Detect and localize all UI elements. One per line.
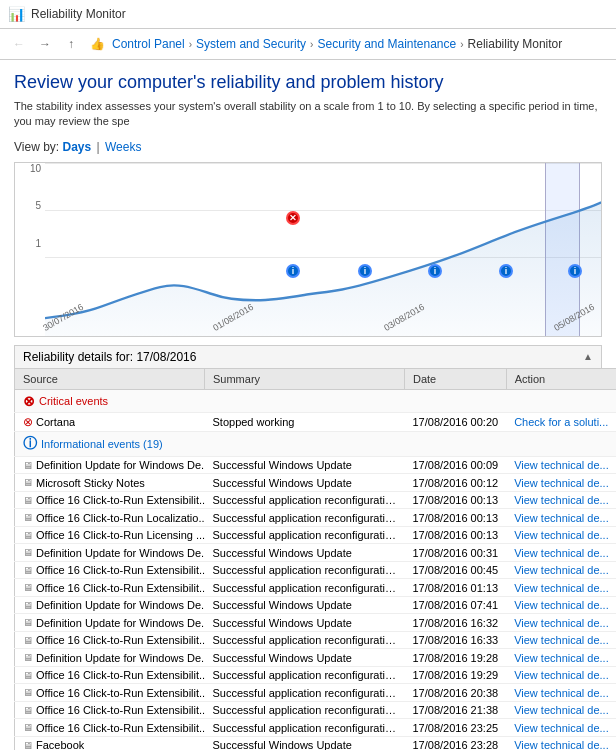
cell-source: 🖥Office 16 Click-to-Run Extensibilit... (15, 579, 205, 597)
table-row[interactable]: 🖥Definition Update for Windows De... Suc… (15, 649, 617, 667)
cell-date: 17/08/2016 00:12 (405, 474, 507, 492)
cell-action[interactable]: View technical de... (506, 614, 616, 632)
breadcrumb-system-security[interactable]: System and Security (196, 37, 306, 51)
cell-summary: Successful application reconfiguration (205, 561, 405, 579)
cell-action[interactable]: View technical de... (506, 666, 616, 684)
cell-date: 17/08/2016 00:20 (405, 412, 507, 431)
up-button[interactable]: ↑ (60, 33, 82, 55)
title-bar-text: Reliability Monitor (31, 7, 126, 21)
cell-action[interactable]: View technical de... (506, 596, 616, 614)
table-row[interactable]: 🖥Facebook Successful Windows Update 17/0… (15, 736, 617, 750)
cell-date: 17/08/2016 16:33 (405, 631, 507, 649)
cell-action[interactable]: View technical de... (506, 526, 616, 544)
cell-source: 🖥Office 16 Click-to-Run Localizatio... (15, 509, 205, 527)
info-event-dot-1[interactable]: i (286, 264, 300, 278)
cell-source: 🖥Microsoft Sticky Notes (15, 474, 205, 492)
cell-action[interactable]: View technical de... (506, 719, 616, 737)
x-label-1: 30/07/2016 (41, 302, 85, 333)
x-label-2: 01/08/2016 (211, 302, 255, 333)
cell-action[interactable]: View technical de... (506, 649, 616, 667)
critical-section-header: ⊗ Critical events (15, 389, 617, 412)
cell-date: 17/08/2016 19:29 (405, 666, 507, 684)
info-section-header: ⓘ Informational events (19) (15, 431, 617, 456)
cell-source: 🖥Definition Update for Windows De... (15, 649, 205, 667)
details-table: Source Summary Date Action ⊗ Critical ev… (14, 368, 616, 750)
view-by-weeks[interactable]: Weeks (105, 140, 141, 154)
table-header-row: Source Summary Date Action (15, 368, 617, 389)
table-row[interactable]: 🖥Office 16 Click-to-Run Extensibilit... … (15, 491, 617, 509)
cell-action[interactable]: View technical de... (506, 456, 616, 474)
table-row[interactable]: 🖥Office 16 Click-to-Run Localizatio... S… (15, 509, 617, 527)
cell-action[interactable]: View technical de... (506, 684, 616, 702)
table-row[interactable]: 🖥Definition Update for Windows De... Suc… (15, 614, 617, 632)
back-button[interactable]: ← (8, 33, 30, 55)
table-row[interactable]: 🖥Office 16 Click-to-Run Extensibilit... … (15, 666, 617, 684)
cell-source: 🖥Definition Update for Windows De... (15, 456, 205, 474)
view-by-days[interactable]: Days (62, 140, 91, 154)
critical-event-dot[interactable]: ✕ (286, 211, 300, 225)
refresh-button[interactable]: 👍 (86, 33, 108, 55)
cell-date: 17/08/2016 00:13 (405, 526, 507, 544)
table-row[interactable]: 🖥Office 16 Click-to-Run Extensibilit... … (15, 561, 617, 579)
cell-date: 17/08/2016 00:31 (405, 544, 507, 562)
table-row[interactable]: 🖥Office 16 Click-to-Run Extensibilit... … (15, 701, 617, 719)
table-row[interactable]: 🖥Definition Update for Windows De... Suc… (15, 596, 617, 614)
cell-action[interactable]: View technical de... (506, 579, 616, 597)
y-axis: 10 5 1 (15, 163, 45, 306)
table-row[interactable]: 🖥Office 16 Click-to-Run Extensibilit... … (15, 684, 617, 702)
info-section-label: ⓘ Informational events (19) (15, 431, 617, 456)
cell-action[interactable]: View technical de... (506, 631, 616, 649)
cell-action[interactable]: View technical de... (506, 544, 616, 562)
critical-section-label: ⊗ Critical events (15, 389, 617, 412)
cell-source: ⊗Cortana (15, 412, 205, 431)
cell-summary: Successful application reconfiguration (205, 719, 405, 737)
x-label-3: 03/08/2016 (382, 302, 426, 333)
cell-source: 🖥Office 16 Click-to-Run Extensibilit... (15, 701, 205, 719)
cell-summary: Successful application reconfiguration (205, 684, 405, 702)
col-action: Action (506, 368, 616, 389)
cell-action[interactable]: View technical de... (506, 474, 616, 492)
info-event-dot-5[interactable]: i (568, 264, 582, 278)
breadcrumb-security-maintenance[interactable]: Security and Maintenance (317, 37, 456, 51)
cell-action[interactable]: View technical de... (506, 701, 616, 719)
forward-button[interactable]: → (34, 33, 56, 55)
details-toggle[interactable]: ▲ (583, 351, 593, 362)
cell-date: 17/08/2016 01:13 (405, 579, 507, 597)
table-row[interactable]: 🖥Office 16 Click-to-Run Licensing ... Su… (15, 526, 617, 544)
table-row[interactable]: 🖥Office 16 Click-to-Run Extensibilit... … (15, 719, 617, 737)
cell-summary: Successful application reconfiguration (205, 579, 405, 597)
x-axis-labels: 30/07/2016 01/08/2016 03/08/2016 05/08/2… (45, 306, 601, 336)
breadcrumb-control-panel[interactable]: Control Panel (112, 37, 185, 51)
app-icon: 📊 (8, 6, 25, 22)
info-event-dot-3[interactable]: i (428, 264, 442, 278)
main-content: Review your computer's reliability and p… (0, 60, 616, 750)
details-header: Reliability details for: 17/08/2016 ▲ (14, 345, 602, 368)
table-row[interactable]: 🖥Definition Update for Windows De... Suc… (15, 456, 617, 474)
table-row[interactable]: 🖥Definition Update for Windows De... Suc… (15, 544, 617, 562)
cell-date: 17/08/2016 00:13 (405, 509, 507, 527)
table-row[interactable]: 🖥Office 16 Click-to-Run Extensibilit... … (15, 579, 617, 597)
nav-bar: ← → ↑ 👍 Control Panel › System and Secur… (0, 29, 616, 60)
cell-action[interactable]: View technical de... (506, 509, 616, 527)
cell-summary: Successful Windows Update (205, 474, 405, 492)
reliability-chart[interactable]: 10 5 1 ✕ (14, 162, 602, 337)
table-row[interactable]: 🖥Microsoft Sticky Notes Successful Windo… (15, 474, 617, 492)
cell-source: 🖥Office 16 Click-to-Run Extensibilit... (15, 491, 205, 509)
info-event-dot-2[interactable]: i (358, 264, 372, 278)
cell-summary: Successful Windows Update (205, 614, 405, 632)
cell-action[interactable]: View technical de... (506, 736, 616, 750)
cell-date: 17/08/2016 00:13 (405, 491, 507, 509)
cell-source: 🖥Office 16 Click-to-Run Licensing ... (15, 526, 205, 544)
info-event-dot-4[interactable]: i (499, 264, 513, 278)
title-bar: 📊 Reliability Monitor (0, 0, 616, 29)
table-row[interactable]: ⊗Cortana Stopped working 17/08/2016 00:2… (15, 412, 617, 431)
cell-summary: Successful Windows Update (205, 456, 405, 474)
col-date: Date (405, 368, 507, 389)
cell-action[interactable]: View technical de... (506, 561, 616, 579)
table-row[interactable]: 🖥Office 16 Click-to-Run Extensibilit... … (15, 631, 617, 649)
y-label-5: 5 (35, 200, 41, 211)
cell-action[interactable]: Check for a soluti... (506, 412, 616, 431)
cell-date: 17/08/2016 07:41 (405, 596, 507, 614)
cell-date: 17/08/2016 00:45 (405, 561, 507, 579)
cell-action[interactable]: View technical de... (506, 491, 616, 509)
